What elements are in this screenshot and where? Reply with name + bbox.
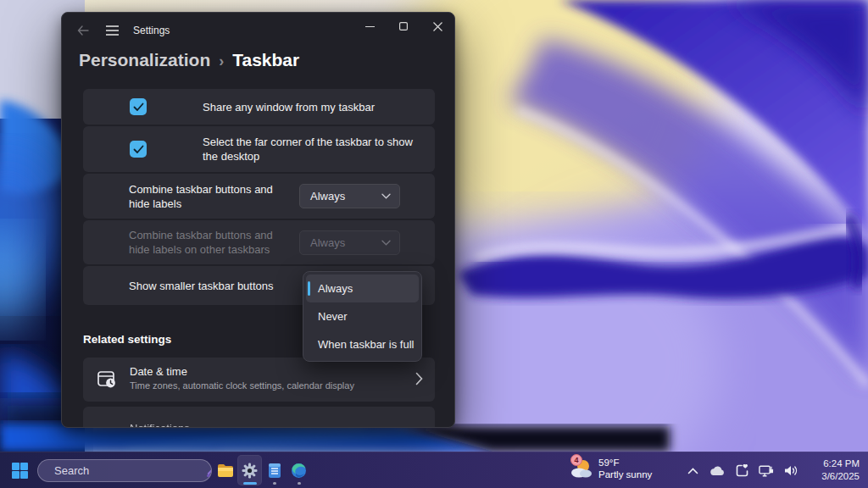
setting-row-combine-buttons: Combine taskbar buttons and hide labels … xyxy=(83,174,435,219)
onedrive-tray-button[interactable] xyxy=(709,463,725,480)
heart-tray-button[interactable] xyxy=(734,463,749,480)
settings-window: Settings Personalization › Taskbar xyxy=(61,12,455,428)
related-settings-header: Related settings xyxy=(83,333,171,346)
chevron-down-icon xyxy=(381,193,391,199)
tray-overflow-button[interactable] xyxy=(685,463,700,480)
minimize-icon xyxy=(365,22,375,31)
speaker-icon xyxy=(783,464,798,477)
setting-label: Show smaller taskbar buttons xyxy=(129,279,290,293)
maximize-button[interactable] xyxy=(387,13,420,40)
notepad-app-button[interactable] xyxy=(262,455,287,485)
minimize-button[interactable] xyxy=(353,13,387,40)
running-app-indicator xyxy=(273,482,276,485)
notepad-icon xyxy=(268,463,281,479)
network-tray-button[interactable] xyxy=(759,463,774,480)
page-title: Taskbar xyxy=(232,50,299,70)
check-icon xyxy=(133,103,144,112)
breadcrumb-personalization[interactable]: Personalization xyxy=(79,50,210,70)
cloud-icon xyxy=(709,466,725,476)
selected-indicator xyxy=(308,281,310,296)
file-explorer-button[interactable] xyxy=(213,455,237,485)
dropdown-option-when-full[interactable]: When taskbar is full xyxy=(306,330,419,358)
dropdown-option-never[interactable]: Never xyxy=(306,302,419,330)
chevron-down-icon xyxy=(381,240,391,246)
option-label: Always xyxy=(318,282,353,295)
settings-app-button[interactable] xyxy=(237,455,262,485)
volume-tray-button[interactable] xyxy=(783,463,798,480)
dropdown-option-always[interactable]: Always xyxy=(306,274,419,302)
search-input[interactable] xyxy=(54,464,203,477)
breadcrumb: Personalization › Taskbar xyxy=(79,50,299,70)
start-button[interactable] xyxy=(12,463,28,479)
date-time-card[interactable]: Date & time Time zones, automatic clock … xyxy=(83,358,435,402)
option-label: When taskbar is full xyxy=(318,338,414,351)
selected-value: Always xyxy=(310,190,345,202)
active-app-indicator xyxy=(243,482,257,485)
gavel-and-bust-icon xyxy=(203,459,212,482)
notification-badge: 4 xyxy=(570,454,582,466)
date-time-icon xyxy=(97,369,117,390)
chevron-up-icon xyxy=(687,468,698,474)
setting-label: Combine taskbar buttons and hide labels … xyxy=(129,228,290,257)
running-app-indicator xyxy=(298,482,301,485)
settings-gear-icon xyxy=(242,463,258,479)
combine-buttons-select[interactable]: Always xyxy=(299,184,400,208)
smaller-buttons-dropdown-menu: Always Never When taskbar is full xyxy=(303,271,422,362)
date-time-subtitle: Time zones, automatic clock settings, ca… xyxy=(130,380,354,391)
weather-condition: Partly sunny xyxy=(598,469,652,480)
close-icon xyxy=(433,22,442,31)
setting-label: Share any window from my taskbar xyxy=(203,100,392,114)
app-title: Settings xyxy=(133,25,170,36)
clock-widget[interactable]: 6:24 PM 3/6/2025 xyxy=(821,458,860,483)
box-heart-icon xyxy=(735,463,749,478)
share-window-checkbox[interactable] xyxy=(130,98,147,115)
close-button[interactable] xyxy=(420,13,454,40)
back-button[interactable] xyxy=(72,20,94,41)
system-tray xyxy=(685,452,798,488)
edge-browser-button[interactable] xyxy=(287,455,311,485)
window-titlebar: Settings xyxy=(62,13,454,48)
ethernet-network-icon xyxy=(759,464,774,478)
setting-label: Select the far corner of the taskbar to … xyxy=(203,135,435,164)
navigation-menu-button[interactable] xyxy=(101,20,123,41)
weather-widget[interactable]: 4 59°F Partly sunny xyxy=(570,457,652,480)
setting-row-combine-other-taskbars: Combine taskbar buttons and hide labels … xyxy=(83,220,435,264)
taskbar-app-icons xyxy=(213,455,311,486)
back-arrow-icon xyxy=(77,25,89,36)
edge-icon xyxy=(291,463,307,479)
clock-date: 3/6/2025 xyxy=(821,470,860,483)
notifications-label: Notifications xyxy=(130,422,190,428)
check-icon xyxy=(133,145,144,154)
notifications-card-partial[interactable]: Notifications xyxy=(83,407,435,428)
clock-time: 6:24 PM xyxy=(821,458,860,470)
option-label: Never xyxy=(318,310,348,323)
weather-temperature: 59°F xyxy=(598,457,652,469)
search-box[interactable] xyxy=(37,459,212,482)
windows-logo-icon xyxy=(12,463,19,470)
date-time-title: Date & time xyxy=(130,365,187,378)
taskbar: 4 59°F Partly sunny xyxy=(0,452,868,488)
setting-row-share-window: Share any window from my taskbar xyxy=(83,89,435,125)
file-explorer-icon xyxy=(217,463,234,478)
hamburger-icon xyxy=(106,25,119,36)
far-corner-checkbox[interactable] xyxy=(130,141,147,158)
combine-other-select-disabled: Always xyxy=(299,230,400,255)
setting-label: Combine taskbar buttons and hide labels xyxy=(129,182,290,211)
selected-value: Always xyxy=(310,236,345,249)
search-highlights-image[interactable] xyxy=(203,459,212,482)
setting-row-far-corner: Select the far corner of the taskbar to … xyxy=(83,126,435,172)
maximize-icon xyxy=(399,22,408,30)
chevron-right-icon xyxy=(415,372,423,385)
breadcrumb-separator: › xyxy=(219,53,224,70)
